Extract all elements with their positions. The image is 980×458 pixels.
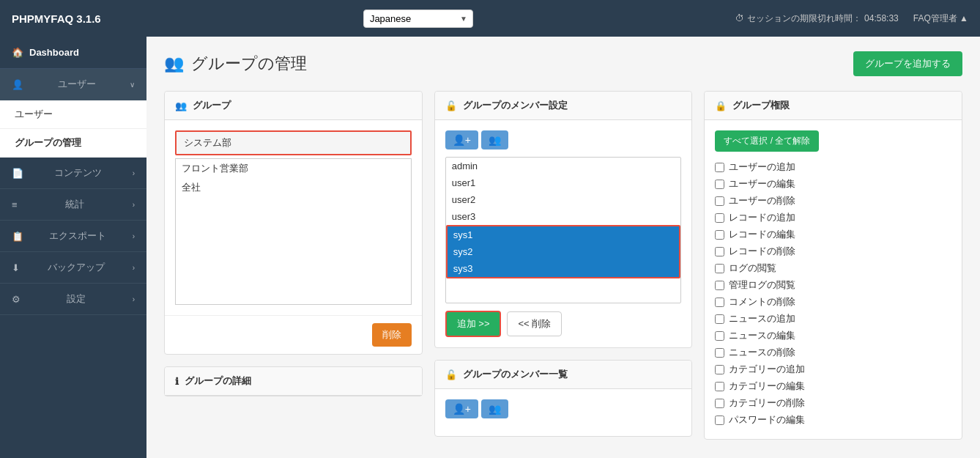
remove-member-button[interactable]: << 削除 — [507, 311, 562, 336]
rights-panel-body: すべて選択 / 全て解除 ユーザーの追加ユーザーの編集ユーザーの削除レコードの追… — [705, 120, 962, 439]
admin-link[interactable]: FAQ管理者 ▲ — [913, 12, 968, 25]
sidebar-item-settings[interactable]: ⚙ 設定 › — [0, 284, 146, 315]
rights-checkbox[interactable] — [715, 264, 724, 273]
chevron-right-icon-export: › — [133, 232, 135, 240]
rights-icon: 🔒 — [715, 100, 727, 111]
sidebar-stats-label: 統計 — [65, 198, 84, 211]
rights-list-item: カテゴリーの編集 — [715, 378, 951, 395]
chevron-right-icon-contents: › — [133, 169, 135, 177]
add-member-button[interactable]: 追加 >> — [445, 311, 502, 337]
groups-list[interactable]: フロント営業部 全社 — [175, 158, 412, 305]
sidebar-item-group-management[interactable]: グループの管理 — [0, 129, 146, 158]
member-item-admin[interactable]: admin — [446, 158, 681, 174]
rights-checkbox[interactable] — [715, 382, 724, 391]
member-settings-body: 👤+ 👥 admin user1 user2 user3 sys1 sys2 — [435, 120, 692, 347]
sidebar-item-users[interactable]: 👤 ユーザー ∨ — [0, 69, 146, 100]
rights-list-item: ログの閲覧 — [715, 260, 951, 277]
groups-header-icon: 👥 — [175, 100, 187, 111]
sidebar-item-contents[interactable]: 📄 コンテンツ › — [0, 158, 146, 189]
member-item-sys1[interactable]: sys1 — [448, 226, 680, 243]
sidebar-export-label: エクスポート — [49, 229, 106, 243]
language-selector-wrapper: JapaneseEnglishGermanFrenchSpanish — [363, 10, 473, 28]
group-management-icon: 👥 — [164, 54, 184, 73]
group-details-header: ℹ グループの詳細 — [165, 367, 422, 396]
backup-icon: ⬇ — [12, 262, 20, 273]
rights-checkbox[interactable] — [715, 415, 724, 425]
rights-label: レコードの削除 — [729, 245, 795, 258]
member-settings-title: グループのメンバー設定 — [463, 99, 568, 112]
sidebar-item-user[interactable]: ユーザー — [0, 100, 146, 129]
group-list-item[interactable]: フロント営業部 — [176, 159, 411, 178]
page-title: 👥 グループの管理 — [164, 53, 307, 75]
main-content: 👥 グループの管理 グループを追加する 👥 グループ システム部 — [146, 37, 980, 458]
member-item-user2[interactable]: user2 — [446, 191, 681, 208]
sidebar-item-stats[interactable]: ≡ 統計 › — [0, 189, 146, 221]
member-list-icon: 🔓 — [445, 369, 457, 380]
select-all-rights-button[interactable]: すべて選択 / 全て解除 — [715, 130, 819, 152]
rights-label: ログの閲覧 — [729, 262, 776, 275]
navbar: PHPMYFAQ 3.1.6 JapaneseEnglishGermanFren… — [0, 0, 980, 37]
selected-group-item[interactable]: システム部 — [175, 130, 412, 155]
rights-checkbox[interactable] — [715, 196, 724, 206]
rights-checkbox[interactable] — [715, 230, 724, 240]
member-list-icon-buttons: 👤+ 👥 — [445, 399, 682, 418]
rights-label: レコードの追加 — [729, 212, 795, 224]
sidebar-settings-label: 設定 — [67, 292, 86, 306]
rights-label: カテゴリーの編集 — [729, 380, 805, 393]
member-item-sys2[interactable]: sys2 — [448, 243, 680, 260]
rights-label: ニュースの追加 — [729, 313, 795, 325]
chevron-down-icon: ∨ — [130, 81, 135, 89]
member-icon-buttons: 👤+ 👥 — [445, 130, 682, 149]
rights-checkbox[interactable] — [715, 399, 724, 408]
info-icon: ℹ — [175, 376, 179, 387]
add-group-button[interactable]: グループを追加する — [853, 51, 962, 76]
available-members-list[interactable]: admin user1 user2 user3 sys1 sys2 sys3 — [445, 157, 682, 303]
sidebar-contents-label: コンテンツ — [54, 166, 102, 180]
member-settings-panel: 🔓 グループのメンバー設定 👤+ 👥 admin user1 user2 — [434, 91, 693, 348]
rights-checkbox[interactable] — [715, 365, 724, 374]
rights-checkbox[interactable] — [715, 213, 724, 223]
member-list-body: 👤+ 👥 — [435, 389, 692, 436]
sidebar-item-export[interactable]: 📋 エクスポート › — [0, 221, 146, 252]
rights-label: コメントの削除 — [729, 296, 795, 309]
rights-checkbox[interactable] — [715, 298, 724, 307]
rights-list-item: カテゴリーの削除 — [715, 395, 951, 412]
delete-group-button[interactable]: 削除 — [372, 323, 412, 347]
chevron-right-icon-settings: › — [133, 295, 135, 303]
sidebar-item-backup[interactable]: ⬇ バックアップ › — [0, 252, 146, 284]
rights-checkbox[interactable] — [715, 281, 724, 290]
rights-checkbox[interactable] — [715, 247, 724, 256]
groups-panel-header: 👥 グループ — [165, 92, 422, 120]
col-members: 🔓 グループのメンバー設定 👤+ 👥 admin user1 user2 — [434, 91, 693, 448]
rights-list-item: ニュースの追加 — [715, 311, 951, 328]
remove-member-icon-btn[interactable]: 👥 — [481, 130, 508, 149]
export-icon: 📋 — [12, 231, 23, 242]
rights-checkbox[interactable] — [715, 348, 724, 358]
navbar-right: ⏱ セッションの期限切れ時間： 04:58:33 FAQ管理者 ▲ — [735, 12, 968, 25]
rights-list-item: 管理ログの閲覧 — [715, 277, 951, 294]
rights-checkbox[interactable] — [715, 331, 724, 341]
rights-label: パスワードの編集 — [729, 414, 805, 426]
add-member-icon-btn[interactable]: 👤+ — [445, 130, 478, 149]
sidebar: 🏠 Dashboard 👤 ユーザー ∨ ユーザー グループの管理 📄 コンテン… — [0, 37, 146, 458]
member-list-panel: 🔓 グループのメンバー一覧 👤+ 👥 — [434, 360, 693, 437]
rights-checkbox[interactable] — [715, 180, 724, 189]
rights-checkbox[interactable] — [715, 163, 724, 172]
layout: 🏠 Dashboard 👤 ユーザー ∨ ユーザー グループの管理 📄 コンテン… — [0, 37, 980, 458]
rights-list-item: ニュースの編集 — [715, 328, 951, 344]
rights-label: ユーザーの追加 — [729, 161, 795, 174]
add-to-list-icon-btn[interactable]: 👤+ — [445, 399, 478, 418]
columns: 👥 グループ システム部 フロント営業部 全社 — [164, 91, 962, 451]
group-list-item[interactable]: 全社 — [176, 178, 411, 197]
rights-label: ユーザーの削除 — [729, 195, 795, 207]
language-select[interactable]: JapaneseEnglishGermanFrenchSpanish — [363, 10, 473, 28]
sidebar-dashboard[interactable]: 🏠 Dashboard — [0, 37, 146, 69]
col-groups: 👥 グループ システム部 フロント営業部 全社 — [164, 91, 423, 408]
clock-icon: ⏱ — [735, 13, 744, 23]
member-item-sys3[interactable]: sys3 — [448, 260, 680, 277]
member-item-user3[interactable]: user3 — [446, 208, 681, 225]
remove-from-list-icon-btn[interactable]: 👥 — [481, 399, 508, 418]
settings-icon: ⚙ — [12, 294, 21, 305]
member-item-user1[interactable]: user1 — [446, 174, 681, 191]
rights-checkbox[interactable] — [715, 314, 724, 324]
